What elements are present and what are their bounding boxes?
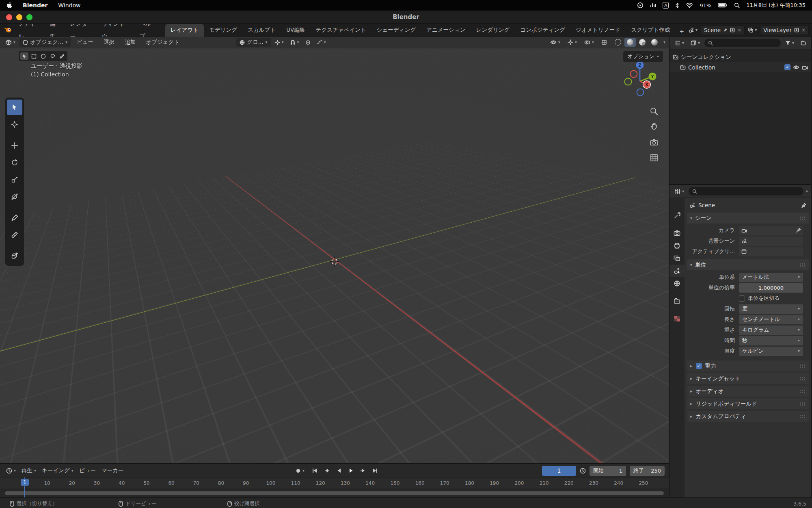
menubar-app-menu[interactable]: Blender	[23, 2, 48, 9]
transform-orientation-dropdown[interactable]: グロ... ▾	[236, 38, 271, 47]
viewport-canvas[interactable]	[0, 48, 669, 463]
tab-view-layer[interactable]	[669, 252, 685, 265]
tool-select-box-button[interactable]	[7, 100, 22, 115]
workspace-tab[interactable]: UV編集	[281, 24, 310, 37]
properties-collapsed-section[interactable]: ▸リジッドボディワールド	[687, 398, 809, 409]
select-box-icon[interactable]	[30, 52, 38, 60]
viewport-3d[interactable]: ▾ オブジェク... ▾ ビュー 選択 追加 オブジェクト グロ... ▾	[0, 37, 669, 463]
rotation-unit-dropdown[interactable]: 度▾	[739, 304, 803, 314]
menu-view[interactable]: ビュー	[73, 39, 97, 46]
temperature-unit-dropdown[interactable]: ケルビン▾	[739, 347, 803, 356]
section-units-header[interactable]: ▾ 単位	[687, 259, 809, 270]
current-frame-field[interactable]: 1	[542, 466, 576, 476]
properties-collapsed-section[interactable]: ▸オーディオ	[687, 386, 809, 397]
tool-scale-button[interactable]	[7, 172, 22, 187]
separate-units-checkbox[interactable]	[739, 295, 745, 302]
properties-options-icon[interactable]: ▾	[806, 189, 808, 193]
zoom-window-button[interactable]	[26, 14, 32, 20]
workspace-tab[interactable]: スカルプト	[242, 24, 281, 37]
unlink-scene-icon[interactable]: ×	[737, 27, 741, 33]
tool-cursor-button[interactable]	[7, 117, 22, 132]
viewlayer-selector[interactable]: ViewLayer ×	[760, 26, 809, 35]
close-window-button[interactable]	[6, 14, 12, 20]
workspace-tab[interactable]: アニメーション	[421, 24, 471, 37]
shading-wireframe-button[interactable]	[612, 38, 624, 47]
outliner-row-scene-collection[interactable]: シーンコレクション	[669, 52, 811, 62]
outliner-editor[interactable]: ▾ ▾ ▾ シーンコレ	[669, 37, 811, 185]
menu-playback[interactable]: 再生▾	[19, 466, 38, 475]
input-source-badge[interactable]: A	[663, 2, 669, 9]
properties-collapsed-section[interactable]: ▸キーイングセット	[687, 373, 809, 384]
unit-scale-field[interactable]: 1.000000	[739, 283, 803, 293]
workspace-tab[interactable]: コンポジティング	[515, 24, 570, 37]
editor-type-properties-icon[interactable]: ▾	[673, 188, 686, 195]
mass-unit-dropdown[interactable]: キログラム▾	[739, 326, 803, 335]
prev-keyframe-button[interactable]	[322, 466, 332, 475]
shading-rendered-button[interactable]	[649, 38, 660, 47]
show-gizmo-icon[interactable]: ▾	[566, 39, 579, 46]
tool-add-cube-button[interactable]	[7, 248, 22, 264]
next-keyframe-button[interactable]	[358, 466, 368, 475]
tool-options-button[interactable]: オプション ▾	[623, 51, 663, 62]
collection-checkbox[interactable]: ✓	[784, 64, 790, 70]
scene-selector[interactable]: Scene ×	[701, 26, 745, 35]
camera-view-icon[interactable]	[649, 137, 659, 147]
new-collection-icon[interactable]	[799, 40, 808, 46]
tab-world[interactable]	[669, 277, 685, 290]
shading-solid-button[interactable]	[624, 38, 636, 47]
workspace-tab[interactable]: テクスチャペイント	[310, 24, 371, 37]
section-scene-header[interactable]: ▾ シーン	[687, 213, 809, 224]
filter-funnel-icon[interactable]: ▾	[783, 40, 796, 46]
editor-type-outliner-icon[interactable]: ▾	[673, 39, 686, 47]
tool-annotate-button[interactable]	[7, 210, 22, 226]
auto-keying-button[interactable]: ▾	[293, 466, 307, 475]
tool-transform-button[interactable]	[7, 189, 22, 204]
eyedropper-icon[interactable]	[796, 228, 801, 233]
tab-render[interactable]	[669, 227, 685, 239]
tab-tool[interactable]	[669, 209, 685, 222]
playhead-marker[interactable]: 1	[21, 479, 29, 486]
time-unit-dropdown[interactable]: 秒▾	[739, 336, 803, 345]
workspace-tab[interactable]: ジオメトリノード	[570, 24, 626, 37]
menu-object[interactable]: オブジェクト	[142, 39, 184, 46]
tab-scene[interactable]	[669, 265, 685, 277]
properties-editor[interactable]: ▾ ▾	[669, 185, 811, 497]
workspace-tab[interactable]: モデリング	[204, 24, 242, 37]
active-clip-field[interactable]	[739, 247, 803, 256]
shading-dropdown-icon[interactable]: ▾	[663, 40, 665, 44]
new-viewlayer-icon[interactable]	[794, 28, 799, 33]
new-scene-icon[interactable]	[730, 28, 735, 33]
menu-select[interactable]: 選択	[99, 39, 119, 46]
proportional-falloff-icon[interactable]: ▾	[315, 39, 328, 46]
object-visibility-icon[interactable]: ▾	[548, 39, 562, 46]
bluetooth-icon[interactable]	[675, 2, 679, 9]
menubar-datetime[interactable]: 11月8日 (水) 午前10:35	[746, 2, 806, 9]
play-reverse-button[interactable]	[334, 466, 344, 475]
workspace-tab[interactable]: スクリプト作成	[626, 24, 675, 37]
snap-target-icon[interactable]: ▾	[273, 39, 286, 46]
minimize-window-button[interactable]	[16, 14, 22, 20]
spotlight-icon[interactable]	[734, 2, 740, 8]
play-button[interactable]	[346, 466, 356, 475]
use-preview-range-icon[interactable]	[580, 468, 586, 474]
menu-marker[interactable]: マーカー	[99, 466, 126, 475]
viewlayer-icon[interactable]: ▾	[748, 27, 757, 33]
timeline-ruler[interactable]: 1 10203040506070809010011012013014015016…	[0, 478, 669, 488]
disable-render-camera-icon[interactable]	[802, 65, 808, 70]
menu-timeline-view[interactable]: ビュー	[77, 466, 98, 475]
menu-add[interactable]: 追加	[121, 39, 140, 46]
properties-collapsed-section[interactable]: ▸✓重力	[687, 360, 809, 371]
gravity-checkbox[interactable]: ✓	[696, 363, 702, 369]
toggle-ortho-icon[interactable]	[649, 153, 659, 163]
blender-logo-icon[interactable]	[4, 26, 12, 34]
select-paint-icon[interactable]	[58, 52, 66, 60]
frame-end-field[interactable]: 終了 250	[630, 466, 665, 476]
screen-record-icon[interactable]	[637, 2, 644, 9]
apple-logo-icon[interactable]	[6, 2, 12, 9]
editor-type-timeline-icon[interactable]: ▾	[4, 467, 18, 475]
tool-rotate-button[interactable]	[7, 155, 22, 170]
menubar-window-menu[interactable]: Window	[58, 2, 80, 9]
frame-start-field[interactable]: 開始 1	[590, 466, 626, 476]
timeline-editor[interactable]: ▾ 再生▾ キーイング▾ ビュー マーカー ▾	[0, 463, 669, 497]
stats-icon[interactable]	[650, 2, 656, 8]
